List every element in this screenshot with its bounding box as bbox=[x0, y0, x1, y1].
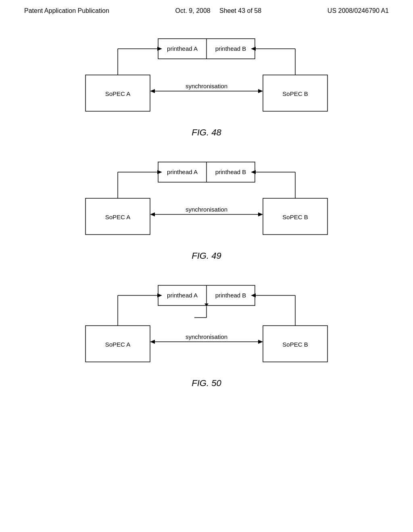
fig49-caption: FIG. 49 bbox=[192, 251, 221, 261]
svg-text:SoPEC A: SoPEC A bbox=[105, 90, 131, 97]
svg-text:printhead B: printhead B bbox=[215, 168, 246, 175]
svg-marker-54 bbox=[258, 340, 263, 344]
fig48-svg: printhead A printhead B SoPEC A SoPEC B bbox=[69, 31, 344, 123]
svg-text:SoPEC B: SoPEC B bbox=[282, 214, 308, 220]
svg-text:SoPEC B: SoPEC B bbox=[282, 341, 308, 348]
fig49-svg: printhead A printhead B SoPEC A SoPEC B … bbox=[69, 154, 344, 247]
svg-text:printhead A: printhead A bbox=[167, 168, 198, 175]
header-sheet: Sheet 43 of 58 bbox=[219, 7, 261, 14]
svg-text:printhead B: printhead B bbox=[215, 292, 246, 299]
fig48-caption: FIG. 48 bbox=[192, 127, 221, 138]
header-date: Oct. 9, 2008 bbox=[175, 7, 211, 14]
svg-marker-15 bbox=[258, 89, 263, 93]
svg-marker-16 bbox=[150, 89, 155, 93]
main-content: printhead A printhead B SoPEC A SoPEC B bbox=[0, 19, 413, 401]
svg-text:printhead A: printhead A bbox=[167, 292, 198, 299]
diagram-fig48: printhead A printhead B SoPEC A SoPEC B bbox=[32, 31, 381, 138]
header-date-sheet: Oct. 9, 2008 Sheet 43 of 58 bbox=[175, 7, 262, 15]
fig50-caption: FIG. 50 bbox=[192, 378, 221, 389]
svg-text:synchronisation: synchronisation bbox=[186, 333, 227, 340]
svg-marker-34 bbox=[150, 212, 155, 216]
svg-text:synchronisation: synchronisation bbox=[186, 83, 227, 89]
svg-marker-55 bbox=[150, 340, 155, 344]
diagram-fig50: printhead A printhead B SoPEC A SoPEC B bbox=[32, 277, 381, 389]
svg-text:printhead B: printhead B bbox=[215, 45, 246, 52]
diagram-fig49: printhead A printhead B SoPEC A SoPEC B … bbox=[32, 154, 381, 261]
svg-text:SoPEC B: SoPEC B bbox=[282, 90, 308, 97]
svg-text:printhead A: printhead A bbox=[167, 45, 198, 52]
svg-marker-33 bbox=[258, 212, 263, 216]
header-patent: US 2008/0246790 A1 bbox=[327, 7, 389, 15]
page-header: Patent Application Publication Oct. 9, 2… bbox=[0, 0, 413, 19]
svg-text:synchronisation: synchronisation bbox=[186, 206, 227, 213]
svg-text:SoPEC A: SoPEC A bbox=[105, 214, 131, 220]
header-publication: Patent Application Publication bbox=[24, 7, 109, 15]
fig50-svg: printhead A printhead B SoPEC A SoPEC B bbox=[69, 277, 344, 374]
svg-text:SoPEC A: SoPEC A bbox=[105, 341, 131, 348]
